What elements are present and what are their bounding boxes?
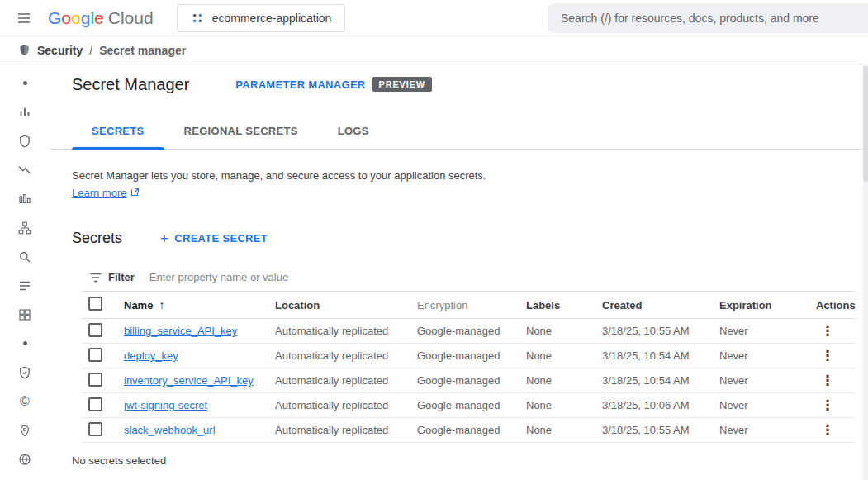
encryption-cell: Google-managed: [417, 325, 526, 337]
sidebar-item-4[interactable]: [0, 155, 50, 184]
google-cloud-logo[interactable]: Google Cloud: [48, 8, 154, 28]
table-header-row: Name ↑ Location Encryption Labels Create…: [82, 292, 855, 319]
copyright-circle-icon: ©: [20, 395, 30, 408]
breadcrumb-separator: /: [89, 44, 92, 57]
sidebar-item-13[interactable]: [0, 416, 50, 444]
column-header-encryption: Encryption: [417, 299, 526, 311]
sidebar-item-12[interactable]: ©: [0, 387, 50, 416]
table-row: slack_webhook_url Automatically replicat…: [82, 418, 855, 443]
more-vertical-icon: ⋮: [821, 373, 835, 388]
shield-icon: [17, 134, 32, 149]
created-cell: 3/18/25, 10:54 AM: [602, 349, 719, 362]
created-cell: 3/18/25, 10:06 AM: [602, 399, 719, 411]
logo-google-text: Google: [48, 8, 104, 28]
secret-name-cell: inventory_service_API_key: [124, 374, 275, 387]
sidebar-item-7[interactable]: [0, 242, 50, 271]
row-checkbox[interactable]: [88, 397, 102, 411]
project-name-label: ecommerce-application: [212, 12, 332, 25]
learn-more-link[interactable]: Learn more: [72, 187, 126, 199]
more-vertical-icon: ⋮: [821, 348, 835, 364]
scrollbar-thumb[interactable]: [863, 66, 868, 182]
expiration-cell: Never: [719, 325, 816, 337]
create-secret-button[interactable]: + CREATE SECRET: [160, 231, 268, 245]
table-row: inventory_service_API_key Automatically …: [82, 368, 855, 393]
filter-icon: [88, 270, 103, 285]
actions-cell: ⋮: [816, 345, 855, 368]
search-icon: [17, 250, 32, 264]
encryption-cell: Google-managed: [417, 424, 526, 436]
filter-label: Filter: [108, 271, 135, 283]
row-checkbox-cell: [82, 397, 124, 414]
dot-icon: [23, 81, 27, 85]
sidebar-item-8[interactable]: [0, 271, 50, 300]
sidebar-nav: ©: [0, 64, 50, 480]
location-cell: Automatically replicated: [275, 424, 417, 436]
hamburger-menu-button[interactable]: [10, 4, 38, 32]
row-actions-button[interactable]: ⋮: [816, 419, 839, 442]
location-pin-icon: [17, 423, 32, 438]
sidebar-item-1[interactable]: [0, 69, 50, 97]
select-all-checkbox[interactable]: [88, 297, 102, 311]
sidebar-item-5[interactable]: [0, 184, 50, 213]
expiration-cell: Never: [719, 399, 816, 411]
more-vertical-icon: ⋮: [821, 397, 835, 413]
project-selector-button[interactable]: ecommerce-application: [177, 4, 346, 32]
globe-icon: [17, 452, 32, 467]
sidebar-item-14[interactable]: [0, 444, 50, 473]
secret-name-link[interactable]: deploy_key: [124, 349, 178, 362]
main-area: © Secret Manager PARAMETER MANAGER PREVI…: [0, 64, 868, 480]
created-cell: 3/18/25, 10:55 AM: [602, 325, 719, 337]
row-checkbox[interactable]: [88, 373, 102, 387]
sidebar-item-2[interactable]: [0, 97, 50, 126]
vertical-scrollbar[interactable]: [863, 64, 868, 480]
secret-name-cell: deploy_key: [124, 349, 275, 362]
row-actions-button[interactable]: ⋮: [816, 394, 839, 417]
content-area: Secret Manager PARAMETER MANAGER PREVIEW…: [50, 64, 868, 480]
secret-name-link[interactable]: inventory_service_API_key: [124, 374, 254, 387]
sort-ascending-icon: ↑: [159, 298, 164, 311]
sidebar-item-6[interactable]: [0, 213, 50, 242]
list-icon: [17, 278, 32, 293]
filter-input[interactable]: [148, 270, 855, 284]
row-checkbox[interactable]: [88, 348, 102, 362]
row-checkbox[interactable]: [88, 422, 102, 436]
tab-logs[interactable]: LOGS: [318, 114, 389, 149]
tab-secrets[interactable]: SECRETS: [72, 114, 164, 149]
secret-name-link[interactable]: billing_service_API_key: [124, 325, 237, 337]
tab-bar: SECRETS REGIONAL SECRETS LOGS: [50, 114, 863, 150]
labels-cell: None: [526, 349, 602, 362]
secret-name-link[interactable]: jwt-signing-secret: [124, 399, 207, 411]
page-header: Secret Manager PARAMETER MANAGER PREVIEW: [72, 73, 868, 96]
breadcrumb-security-link[interactable]: Security: [37, 44, 83, 57]
row-checkbox-cell: [82, 422, 124, 439]
column-header-created: Created: [602, 299, 719, 311]
search-input[interactable]: [548, 3, 868, 33]
tab-regional-secrets[interactable]: REGIONAL SECRETS: [164, 114, 318, 149]
row-actions-button[interactable]: ⋮: [816, 320, 839, 343]
column-header-name[interactable]: Name ↑: [124, 298, 275, 311]
row-checkbox-cell: [82, 348, 124, 364]
created-cell: 3/18/25, 10:55 AM: [602, 424, 719, 436]
secret-name-link[interactable]: slack_webhook_url: [124, 424, 216, 436]
encryption-cell: Google-managed: [417, 374, 526, 387]
location-cell: Automatically replicated: [275, 399, 417, 411]
logo-cloud-text: Cloud: [108, 8, 154, 28]
row-checkbox[interactable]: [88, 323, 102, 337]
row-actions-button[interactable]: ⋮: [816, 369, 839, 392]
sidebar-item-11[interactable]: [0, 358, 50, 387]
sidebar-item-9[interactable]: [0, 300, 50, 329]
sidebar-item-10[interactable]: [0, 329, 50, 358]
breadcrumb-current-page: Secret manager: [99, 44, 186, 57]
page-description: Secret Manager lets you store, manage, a…: [72, 168, 868, 184]
actions-cell: ⋮: [816, 394, 855, 417]
encryption-cell: Google-managed: [417, 399, 526, 411]
sidebar-item-3[interactable]: [0, 126, 50, 155]
filter-button[interactable]: Filter: [82, 270, 135, 285]
row-actions-button[interactable]: ⋮: [816, 345, 839, 368]
row-checkbox-cell: [82, 323, 124, 340]
secrets-section-title: Secrets: [72, 230, 122, 247]
parameter-manager-link[interactable]: PARAMETER MANAGER: [235, 78, 365, 91]
secret-name-cell: jwt-signing-secret: [124, 399, 275, 411]
actions-cell: ⋮: [816, 369, 855, 392]
table-row: deploy_key Automatically replicated Goog…: [82, 344, 855, 368]
